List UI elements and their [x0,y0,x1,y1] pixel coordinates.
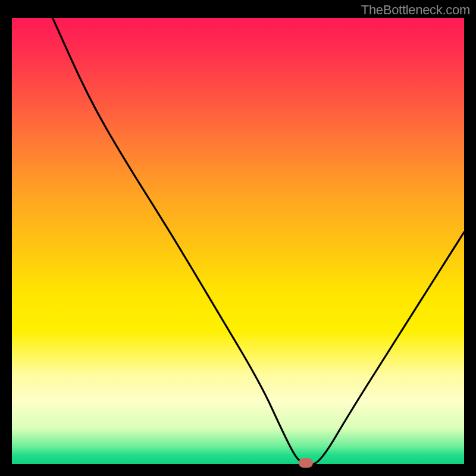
curve-svg [12,18,464,464]
optimum-marker [299,458,313,468]
attribution-label: TheBottleneck.com [361,2,470,18]
bottleneck-chart: TheBottleneck.com [0,0,476,476]
bottleneck-curve-path [52,18,464,464]
plot-area [12,18,464,464]
